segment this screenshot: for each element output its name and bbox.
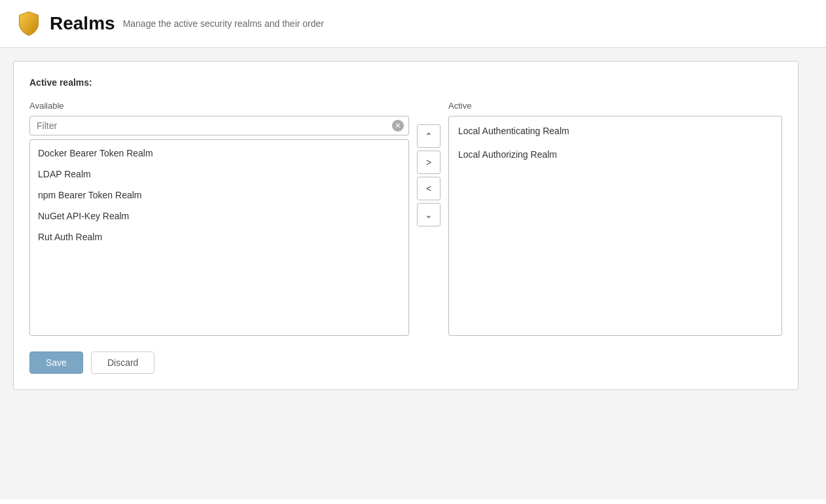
move-down-button[interactable]: ⌄ xyxy=(417,203,440,226)
list-item[interactable]: Docker Bearer Token Realm xyxy=(30,143,408,164)
discard-button[interactable]: Discard xyxy=(91,351,154,374)
page-title: Realms xyxy=(50,13,115,34)
section-label: Active realms: xyxy=(29,77,782,88)
page-header: Realms Manage the active security realms… xyxy=(0,0,826,48)
active-column: Active Local Authenticating RealmLocal A… xyxy=(448,101,782,336)
realms-card: Active realms: Available ✕ Docker Bearer… xyxy=(13,61,799,390)
list-item[interactable]: Rut Auth Realm xyxy=(30,226,408,247)
save-button[interactable]: Save xyxy=(29,351,83,374)
list-item[interactable]: npm Bearer Token Realm xyxy=(30,185,408,206)
available-list: Docker Bearer Token RealmLDAP Realmnpm B… xyxy=(29,139,409,336)
filter-input[interactable] xyxy=(29,116,409,135)
move-up-button[interactable]: ⌃ xyxy=(417,124,440,148)
list-item[interactable]: LDAP Realm xyxy=(30,164,408,185)
main-content: Active realms: Available ✕ Docker Bearer… xyxy=(0,48,826,499)
remove-from-active-button[interactable]: < xyxy=(417,177,440,200)
active-list: Local Authenticating RealmLocal Authoriz… xyxy=(448,116,782,336)
shield-icon xyxy=(16,10,42,37)
page-subtitle: Manage the active security realms and th… xyxy=(123,18,324,29)
columns-row: Available ✕ Docker Bearer Token RealmLDA… xyxy=(29,101,782,336)
footer-buttons: Save Discard xyxy=(29,351,782,374)
controls-column: ⌃ > < ⌄ xyxy=(409,124,448,226)
filter-wrapper: ✕ xyxy=(29,116,409,135)
filter-clear-button[interactable]: ✕ xyxy=(392,120,404,132)
available-column: Available ✕ Docker Bearer Token RealmLDA… xyxy=(29,101,409,336)
active-label: Active xyxy=(448,101,782,111)
list-item[interactable]: NuGet API-Key Realm xyxy=(30,206,408,226)
list-item[interactable]: Local Authenticating Realm xyxy=(449,119,781,143)
add-to-active-button[interactable]: > xyxy=(417,151,440,174)
list-item[interactable]: Local Authorizing Realm xyxy=(449,143,781,166)
available-label: Available xyxy=(29,101,409,111)
